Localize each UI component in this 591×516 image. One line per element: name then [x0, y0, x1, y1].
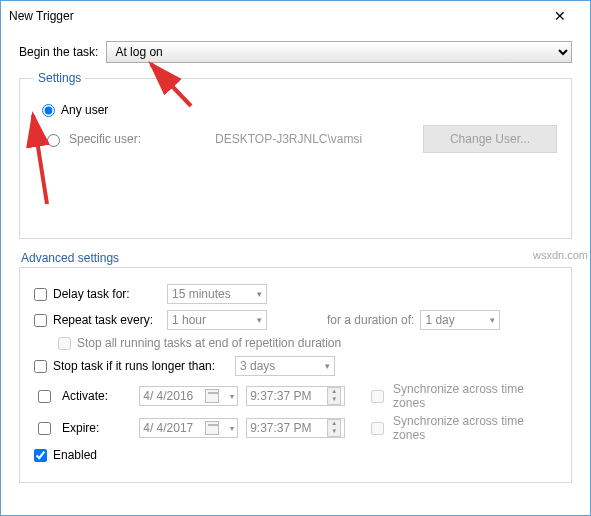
repeat-label: Repeat task every:: [53, 313, 161, 327]
repeat-duration-label: for a duration of:: [327, 313, 414, 327]
spinner-icon: ▲▼: [327, 387, 341, 405]
expire-checkbox[interactable]: [38, 422, 51, 435]
delay-combo: 15 minutes▾: [167, 284, 267, 304]
window-title: New Trigger: [9, 9, 538, 23]
specific-user-label: Specific user:: [69, 132, 141, 146]
titlebar: New Trigger ✕: [1, 1, 590, 31]
specific-user-row: Specific user: DESKTOP-J3RJNLC\vamsi Cha…: [42, 125, 557, 153]
change-user-button: Change User...: [423, 125, 557, 153]
activate-time: 9:37:37 PM ▲▼: [246, 386, 345, 406]
activate-sync: Synchronize across time zones: [367, 382, 557, 410]
activate-row: Activate: 4/ 4/2016▾ 9:37:37 PM ▲▼ Synch…: [34, 382, 557, 410]
delay-checkbox[interactable]: [34, 288, 47, 301]
expire-label: Expire:: [62, 421, 131, 435]
spinner-icon: ▲▼: [327, 419, 341, 437]
stop-longer-label: Stop task if it runs longer than:: [53, 359, 229, 373]
delay-row: Delay task for: 15 minutes▾: [34, 284, 557, 304]
expire-sync: Synchronize across time zones: [367, 414, 557, 442]
specific-user-radio[interactable]: [47, 134, 60, 147]
expire-date: 4/ 4/2017▾: [139, 418, 238, 438]
expire-time: 9:37:37 PM ▲▼: [246, 418, 345, 438]
close-button[interactable]: ✕: [538, 2, 582, 30]
begin-task-select[interactable]: At log on: [106, 41, 572, 63]
any-user-radio[interactable]: [42, 104, 55, 117]
repeat-checkbox[interactable]: [34, 314, 47, 327]
settings-group: Settings Any user Specific user: DESKTOP…: [19, 71, 572, 239]
enabled-checkbox[interactable]: [34, 449, 47, 462]
new-trigger-window: New Trigger ✕ Begin the task: At log on …: [0, 0, 591, 516]
repeat-row: Repeat task every: 1 hour▾ for a duratio…: [34, 310, 557, 330]
activate-sync-label: Synchronize across time zones: [393, 382, 557, 410]
any-user-row: Any user: [42, 103, 557, 117]
specific-user-value: DESKTOP-J3RJNLC\vamsi: [215, 132, 362, 146]
advanced-group: Delay task for: 15 minutes▾ Repeat task …: [19, 267, 572, 483]
advanced-legend: Advanced settings: [21, 251, 572, 265]
stop-end-row: Stop all running tasks at end of repetit…: [58, 336, 557, 350]
watermark: wsxdn.com: [533, 249, 588, 261]
begin-task-label: Begin the task:: [19, 45, 98, 59]
enabled-label: Enabled: [53, 448, 97, 462]
activate-date: 4/ 4/2016▾: [139, 386, 238, 406]
activate-label: Activate:: [62, 389, 131, 403]
stop-longer-row: Stop task if it runs longer than: 3 days…: [34, 356, 557, 376]
stop-end-checkbox: [58, 337, 71, 350]
any-user-label: Any user: [61, 103, 108, 117]
repeat-combo: 1 hour▾: [167, 310, 267, 330]
expire-sync-label: Synchronize across time zones: [393, 414, 557, 442]
delay-label: Delay task for:: [53, 287, 161, 301]
activate-checkbox[interactable]: [38, 390, 51, 403]
enabled-row: Enabled: [34, 448, 557, 462]
expire-row: Expire: 4/ 4/2017▾ 9:37:37 PM ▲▼ Synchro…: [34, 414, 557, 442]
content-area: Begin the task: At log on Settings Any u…: [1, 31, 590, 516]
activate-sync-checkbox: [371, 390, 384, 403]
stop-longer-combo: 3 days▾: [235, 356, 335, 376]
expire-sync-checkbox: [371, 422, 384, 435]
stop-longer-checkbox[interactable]: [34, 360, 47, 373]
stop-end-label: Stop all running tasks at end of repetit…: [77, 336, 341, 350]
repeat-duration-combo: 1 day▾: [420, 310, 500, 330]
settings-legend: Settings: [34, 71, 85, 85]
begin-task-row: Begin the task: At log on: [19, 41, 572, 63]
